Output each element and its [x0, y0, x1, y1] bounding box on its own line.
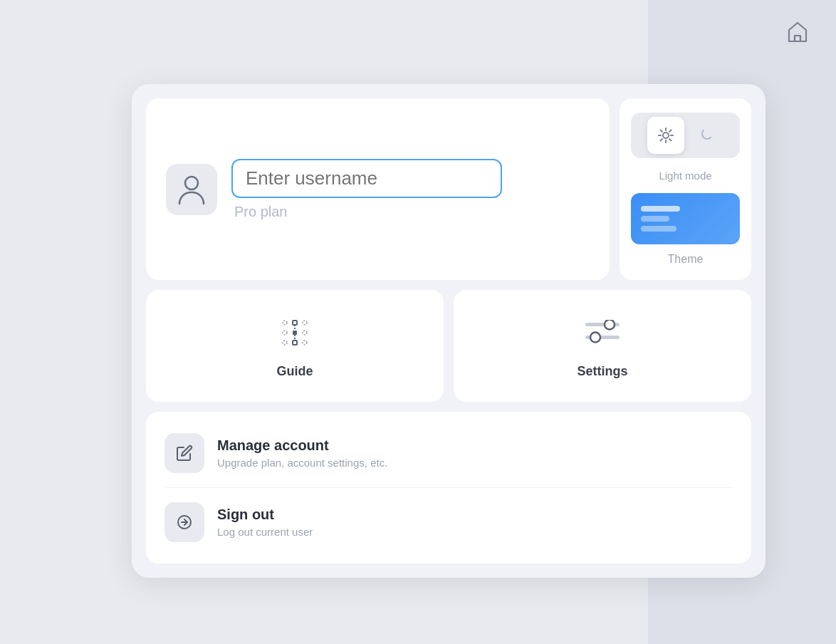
theme-bar-2	[641, 216, 669, 222]
plan-label: Pro plan	[231, 204, 502, 220]
svg-point-25	[590, 333, 600, 343]
manage-account-icon-container	[164, 433, 204, 473]
popup-menu: Pro plan	[132, 84, 766, 578]
svg-rect-12	[293, 321, 297, 325]
username-input[interactable]	[231, 159, 502, 198]
svg-rect-0	[795, 36, 800, 41]
settings-icon	[582, 313, 622, 353]
svg-point-2	[663, 133, 669, 138]
sign-out-subtitle: Log out current user	[217, 526, 313, 538]
sign-out-icon-container	[164, 502, 204, 542]
svg-line-10	[660, 139, 662, 140]
theme-bar-3	[641, 226, 676, 232]
sliders-icon	[585, 320, 620, 346]
settings-card[interactable]: Settings	[454, 290, 751, 402]
manage-account-subtitle: Upgrade plan, account settings, etc.	[217, 457, 387, 469]
settings-label: Settings	[577, 364, 627, 379]
svg-rect-15	[293, 331, 297, 335]
home-icon-container[interactable]	[785, 20, 810, 46]
sun-icon	[658, 128, 674, 143]
theme-card: Light mode Theme	[620, 98, 751, 280]
user-icon	[178, 174, 205, 205]
middle-row: Guide Settings	[146, 290, 751, 402]
svg-line-9	[669, 130, 671, 132]
bottom-row: Manage account Upgrade plan, account set…	[146, 412, 751, 564]
theme-preview[interactable]	[631, 193, 740, 244]
theme-label: Theme	[668, 253, 704, 266]
light-mode-label: Light mode	[659, 170, 711, 182]
sign-out-item[interactable]: Sign out Log out current user	[152, 488, 746, 556]
avatar	[166, 164, 217, 215]
top-row: Pro plan	[146, 98, 751, 280]
svg-point-23	[605, 320, 615, 330]
svg-line-8	[669, 139, 671, 140]
dark-mode-button[interactable]	[687, 117, 724, 154]
manage-account-text: Manage account Upgrade plan, account set…	[217, 437, 387, 469]
svg-point-14	[283, 331, 287, 335]
sign-out-text: Sign out Log out current user	[217, 507, 313, 538]
svg-point-17	[283, 341, 287, 345]
home-icon	[785, 20, 810, 46]
theme-toggle	[631, 113, 740, 158]
guide-grid-icon	[279, 317, 310, 348]
theme-bar-1	[641, 206, 680, 212]
svg-rect-18	[293, 341, 297, 345]
light-mode-button[interactable]	[647, 117, 684, 154]
guide-icon	[275, 313, 315, 353]
svg-point-1	[185, 177, 198, 189]
username-section: Pro plan	[231, 159, 502, 220]
edit-icon	[176, 445, 193, 462]
moon-icon	[699, 128, 713, 142]
svg-point-11	[283, 321, 287, 325]
manage-account-item[interactable]: Manage account Upgrade plan, account set…	[152, 419, 746, 487]
svg-point-19	[303, 341, 307, 345]
sign-out-icon	[176, 514, 193, 531]
svg-line-7	[660, 130, 662, 132]
sign-out-title: Sign out	[217, 507, 313, 523]
svg-point-13	[303, 321, 307, 325]
guide-card[interactable]: Guide	[146, 290, 444, 402]
profile-card: Pro plan	[146, 98, 610, 280]
manage-account-title: Manage account	[217, 437, 387, 454]
guide-label: Guide	[276, 364, 313, 379]
svg-point-16	[303, 331, 307, 335]
